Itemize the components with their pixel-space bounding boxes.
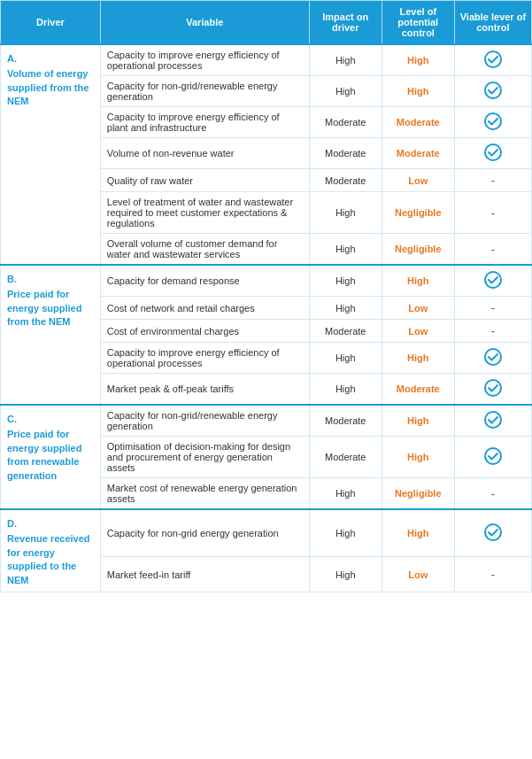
variable-cell: Market feed-in tariff bbox=[100, 557, 309, 592]
variable-cell: Optimisation of decision-making for desi… bbox=[100, 437, 309, 478]
impact-cell: Moderate bbox=[309, 405, 382, 437]
svg-point-9 bbox=[485, 524, 501, 540]
viable-cell bbox=[454, 374, 531, 406]
driver-cell-D: D.Revenue received for energy supplied t… bbox=[1, 509, 101, 592]
impact-cell: High bbox=[309, 192, 382, 234]
header-viable: Viable lever of control bbox=[454, 1, 531, 45]
header-variable: Variable bbox=[100, 1, 309, 45]
level-cell: Moderate bbox=[382, 107, 454, 138]
viable-cell: - bbox=[454, 297, 531, 320]
level-cell: Low bbox=[382, 557, 454, 592]
impact-cell: High bbox=[309, 509, 382, 557]
variable-cell: Cost of network and retail charges bbox=[100, 297, 309, 320]
variable-cell: Capacity for non-grid/renewable energy g… bbox=[100, 405, 309, 437]
level-cell: High bbox=[382, 265, 454, 297]
impact-cell: High bbox=[309, 234, 382, 266]
viable-cell bbox=[454, 44, 531, 76]
header-level: Level of potential control bbox=[382, 1, 454, 45]
svg-point-3 bbox=[485, 144, 501, 160]
svg-point-0 bbox=[485, 51, 501, 67]
variable-cell: Overall volume of customer demand for wa… bbox=[100, 234, 309, 266]
impact-cell: High bbox=[309, 557, 382, 592]
svg-point-5 bbox=[485, 349, 501, 365]
viable-cell: - bbox=[454, 478, 531, 510]
impact-cell: High bbox=[309, 44, 382, 76]
level-cell: Low bbox=[382, 320, 454, 343]
svg-point-2 bbox=[485, 113, 501, 129]
impact-cell: High bbox=[309, 76, 382, 107]
variable-cell: Capacity for non-grid/renewable energy g… bbox=[100, 76, 309, 107]
impact-cell: High bbox=[309, 374, 382, 406]
viable-cell bbox=[454, 76, 531, 107]
variable-cell: Quality of raw water bbox=[100, 169, 309, 192]
level-cell: Moderate bbox=[382, 138, 454, 169]
impact-cell: Moderate bbox=[309, 107, 382, 138]
driver-cell-A: A.Volume of energy supplied from the NEM bbox=[1, 44, 101, 265]
viable-cell bbox=[454, 138, 531, 169]
viable-cell: - bbox=[454, 192, 531, 234]
variable-cell: Market cost of renewable energy generati… bbox=[100, 478, 309, 510]
driver-cell-C: C.Price paid for energy supplied from re… bbox=[1, 405, 101, 509]
variable-cell: Capacity for demand response bbox=[100, 265, 309, 297]
impact-cell: High bbox=[309, 297, 382, 320]
impact-cell: High bbox=[309, 265, 382, 297]
level-cell: Low bbox=[382, 169, 454, 192]
variable-cell: Level of treatment of water and wastewat… bbox=[100, 192, 309, 234]
level-cell: Negligible bbox=[382, 478, 454, 510]
viable-cell: - bbox=[454, 169, 531, 192]
level-cell: Low bbox=[382, 297, 454, 320]
viable-cell bbox=[454, 405, 531, 437]
viable-cell: - bbox=[454, 320, 531, 343]
impact-cell: High bbox=[309, 478, 382, 510]
level-cell: High bbox=[382, 509, 454, 557]
impact-cell: Moderate bbox=[309, 169, 382, 192]
svg-point-7 bbox=[485, 412, 501, 428]
variable-cell: Capacity for non-grid energy generation bbox=[100, 509, 309, 557]
level-cell: High bbox=[382, 44, 454, 76]
viable-cell: - bbox=[454, 234, 531, 266]
viable-cell bbox=[454, 265, 531, 297]
impact-cell: Moderate bbox=[309, 437, 382, 478]
impact-cell: Moderate bbox=[309, 138, 382, 169]
driver-cell-B: B.Price paid for energy supplied from th… bbox=[1, 265, 101, 405]
impact-cell: High bbox=[309, 343, 382, 374]
svg-point-6 bbox=[485, 380, 501, 396]
level-cell: High bbox=[382, 437, 454, 478]
variable-cell: Capacity to improve energy efficiency of… bbox=[100, 343, 309, 374]
variable-cell: Cost of environmental charges bbox=[100, 320, 309, 343]
viable-cell: - bbox=[454, 557, 531, 592]
level-cell: Moderate bbox=[382, 374, 454, 406]
variable-cell: Capacity to improve energy efficiency of… bbox=[100, 107, 309, 138]
level-cell: High bbox=[382, 76, 454, 107]
impact-cell: Moderate bbox=[309, 320, 382, 343]
viable-cell bbox=[454, 343, 531, 374]
variable-cell: Volume of non-revenue water bbox=[100, 138, 309, 169]
viable-cell bbox=[454, 509, 531, 557]
variable-cell: Capacity to improve energy efficiency of… bbox=[100, 44, 309, 76]
viable-cell bbox=[454, 107, 531, 138]
header-impact: Impact on driver bbox=[309, 1, 382, 45]
svg-point-4 bbox=[485, 272, 501, 288]
level-cell: High bbox=[382, 405, 454, 437]
level-cell: Negligible bbox=[382, 192, 454, 234]
viable-cell bbox=[454, 437, 531, 478]
variable-cell: Market peak & off-peak tariffs bbox=[100, 374, 309, 406]
header-driver: Driver bbox=[1, 1, 101, 45]
level-cell: High bbox=[382, 343, 454, 374]
svg-point-1 bbox=[485, 82, 501, 98]
level-cell: Negligible bbox=[382, 234, 454, 266]
svg-point-8 bbox=[485, 448, 501, 464]
